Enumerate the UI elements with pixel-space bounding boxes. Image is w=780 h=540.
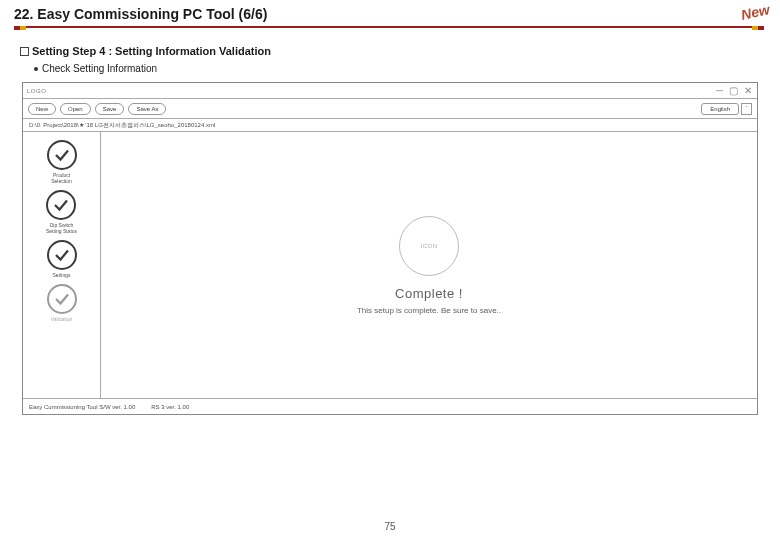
- section-heading-text: Setting Step 4 : Setting Information Val…: [32, 45, 271, 57]
- window-controls: ─ ▢ ✕: [714, 86, 753, 96]
- window-titlebar: LOGO ─ ▢ ✕: [23, 83, 757, 99]
- tool-version: Easy Commissioning Tool S/W ver. 1.00: [29, 404, 135, 410]
- window-toolbar: New Open Save Save As English ˅: [23, 99, 757, 119]
- open-button[interactable]: Open: [60, 103, 91, 115]
- slide-header: 22. Easy Commissioning PC Tool (6/6) New: [0, 0, 780, 33]
- language-selector[interactable]: English ˅: [701, 103, 752, 115]
- title-underline: [14, 26, 766, 28]
- dot-bullet-icon: [34, 67, 38, 71]
- chevron-down-icon[interactable]: ˅: [741, 103, 752, 115]
- saveas-button[interactable]: Save As: [128, 103, 166, 115]
- step-settings[interactable]: Settings: [47, 240, 77, 278]
- check-circle-icon: [47, 140, 77, 170]
- rs3-version: RS 3 ver. 1.00: [151, 404, 189, 410]
- section-heading: Setting Step 4 : Setting Information Val…: [20, 45, 762, 57]
- content-area: ICON Complete ! This setup is complete. …: [101, 132, 757, 398]
- complete-subtext: This setup is complete. Be sure to save.…: [357, 306, 501, 315]
- minimize-icon[interactable]: ─: [714, 86, 725, 96]
- status-icon: ICON: [399, 216, 459, 276]
- new-button[interactable]: New: [28, 103, 56, 115]
- step-label: Settings: [52, 272, 70, 278]
- db-path-bar: D:\0. Project\2018\★ '18 LG전자서초캠퍼스\LG_se…: [23, 119, 757, 132]
- svg-rect-2: [26, 26, 752, 28]
- heading-bullet-icon: [20, 47, 29, 56]
- slide-body: Setting Step 4 : Setting Information Val…: [0, 33, 780, 419]
- step-product-selection[interactable]: ProductSelection: [47, 140, 77, 184]
- new-badge: New: [740, 1, 771, 23]
- check-circle-icon: [47, 240, 77, 270]
- svg-rect-4: [758, 26, 764, 30]
- section-subline: Check Setting Information: [34, 63, 762, 74]
- svg-rect-1: [20, 26, 26, 30]
- status-bar: Easy Commissioning Tool S/W ver. 1.00 RS…: [23, 398, 757, 414]
- svg-rect-0: [14, 26, 20, 30]
- step-label: ProductSelection: [51, 172, 72, 184]
- slide-title: 22. Easy Commissioning PC Tool (6/6): [14, 6, 766, 22]
- language-label[interactable]: English: [701, 103, 739, 115]
- db-path-text: D:\0. Project\2018\★ '18 LG전자서초캠퍼스\LG_se…: [29, 121, 215, 130]
- maximize-icon[interactable]: ▢: [728, 86, 739, 96]
- section-subline-text: Check Setting Information: [42, 63, 157, 74]
- window-main: ProductSelection Dip SwitchSetting Statu…: [23, 132, 757, 398]
- close-icon[interactable]: ✕: [742, 86, 753, 96]
- step-validation[interactable]: Validation: [47, 284, 77, 322]
- complete-title: Complete !: [395, 286, 463, 301]
- page-number: 75: [0, 521, 780, 532]
- status-icon-label: ICON: [421, 243, 438, 249]
- step-sidebar: ProductSelection Dip SwitchSetting Statu…: [23, 132, 101, 398]
- step-label: Dip SwitchSetting Status: [46, 222, 77, 234]
- step-dipswitch[interactable]: Dip SwitchSetting Status: [46, 190, 77, 234]
- save-button[interactable]: Save: [95, 103, 125, 115]
- check-circle-icon: [47, 284, 77, 314]
- tool-window: LOGO ─ ▢ ✕ New Open Save Save As English…: [22, 82, 758, 415]
- window-logo: LOGO: [27, 88, 46, 94]
- step-label: Validation: [51, 316, 73, 322]
- svg-rect-3: [752, 26, 758, 30]
- check-circle-icon: [46, 190, 76, 220]
